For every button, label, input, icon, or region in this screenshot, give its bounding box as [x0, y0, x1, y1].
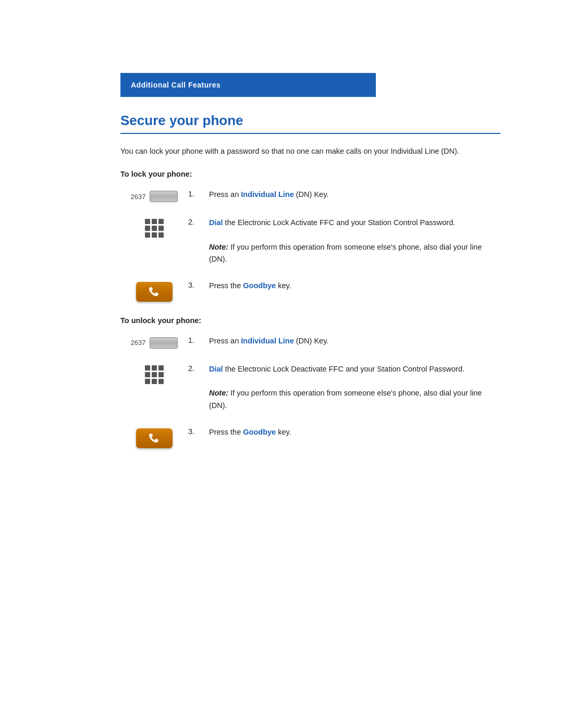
lock-note: Note:	[209, 243, 228, 251]
lock-heading: To lock your phone:	[120, 170, 500, 178]
individual-line-label-unlock: Individual Line	[241, 337, 294, 345]
keypad-dot	[152, 372, 157, 377]
keypad-dot	[145, 226, 150, 231]
unlock-step-1: 2637 1. Press an Individual Line (DN) Ke…	[120, 335, 500, 349]
keypad-dot	[145, 219, 150, 224]
handset-icon-unlock	[147, 433, 162, 444]
line-key-button-unlock	[150, 337, 178, 349]
keypad-dot	[152, 226, 157, 231]
keypad-dot	[152, 219, 157, 224]
keypad-dot	[158, 365, 164, 371]
goodbye-key-icon-unlock	[136, 428, 173, 448]
lock-step-3-text: Press the Goodbye key.	[209, 280, 500, 292]
unlock-step-1-icon-area: 2637	[120, 335, 188, 349]
keypad-dot	[158, 232, 164, 238]
dial-label-unlock: Dial	[209, 365, 223, 373]
keypad-icon-unlock	[145, 365, 164, 384]
lock-step-1-text: Press an Individual Line (DN) Key.	[209, 189, 500, 201]
unlock-step-1-num: 1.	[188, 335, 209, 344]
unlock-step-2-text: Dial the Electronic Lock Deactivate FFC …	[209, 363, 500, 412]
keypad-dot	[145, 372, 150, 377]
unlock-step-1-text: Press an Individual Line (DN) Key.	[209, 335, 500, 347]
line-key-button	[150, 191, 178, 202]
lock-step-2-icon-area	[120, 217, 188, 238]
content-area: Secure your phone You can lock your phon…	[120, 113, 500, 448]
individual-line-label: Individual Line	[241, 190, 294, 199]
lock-step-1: 2637 1. Press an Individual Line (DN) Ke…	[120, 189, 500, 202]
keypad-dot	[145, 232, 150, 238]
intro-text: You can lock your phone with a password …	[120, 145, 500, 157]
lock-step-3: 3. Press the Goodbye key.	[120, 280, 500, 302]
lock-step-3-icon-area	[120, 280, 188, 302]
unlock-step-3-icon-area	[120, 426, 188, 448]
keypad-dot	[158, 219, 164, 224]
page-title: Secure your phone	[120, 113, 500, 134]
unlock-step-3-num: 3.	[188, 426, 209, 436]
unlock-step-2: 2. Dial the Electronic Lock Deactivate F…	[120, 363, 500, 412]
lock-step-3-num: 3.	[188, 280, 209, 289]
keypad-dot	[152, 365, 157, 371]
unlock-heading: To unlock your phone:	[120, 316, 500, 325]
lock-step-2-num: 2.	[188, 217, 209, 226]
unlock-step-2-icon-area	[120, 363, 188, 384]
dn-number: 2637	[131, 193, 146, 201]
lock-step-1-num: 1.	[188, 189, 209, 198]
dn-key-icon: 2637	[131, 191, 178, 202]
header-banner-text: Additional Call Features	[131, 81, 221, 89]
keypad-dot	[152, 379, 157, 384]
goodbye-label-unlock: Goodbye	[243, 428, 276, 436]
lock-step-2: 2. Dial the Electronic Lock Activate FFC…	[120, 217, 500, 265]
lock-step-2-text: Dial the Electronic Lock Activate FFC an…	[209, 217, 500, 265]
unlock-step-2-num: 2.	[188, 363, 209, 373]
keypad-dot	[152, 232, 157, 238]
goodbye-label-lock: Goodbye	[243, 281, 276, 290]
dn-key-icon-unlock: 2637	[131, 337, 178, 349]
keypad-icon	[145, 219, 164, 238]
keypad-dot	[145, 379, 150, 384]
dn-number-unlock: 2637	[131, 339, 146, 347]
goodbye-key-icon	[136, 282, 173, 302]
keypad-dot	[158, 379, 164, 384]
handset-icon	[147, 286, 162, 298]
keypad-dot	[158, 226, 164, 231]
header-banner: Additional Call Features	[120, 73, 376, 97]
lock-step-1-icon-area: 2637	[120, 189, 188, 202]
lock-section: To lock your phone: 2637 1. Press an Ind…	[120, 170, 500, 302]
unlock-step-3: 3. Press the Goodbye key.	[120, 426, 500, 448]
unlock-note: Note:	[209, 389, 228, 397]
dial-label: Dial	[209, 218, 223, 227]
unlock-step-3-text: Press the Goodbye key.	[209, 426, 500, 438]
keypad-dot	[158, 372, 164, 377]
keypad-dot	[145, 365, 150, 371]
unlock-section: To unlock your phone: 2637 1. Press an I…	[120, 316, 500, 448]
page: Additional Call Features Secure your pho…	[0, 73, 563, 728]
